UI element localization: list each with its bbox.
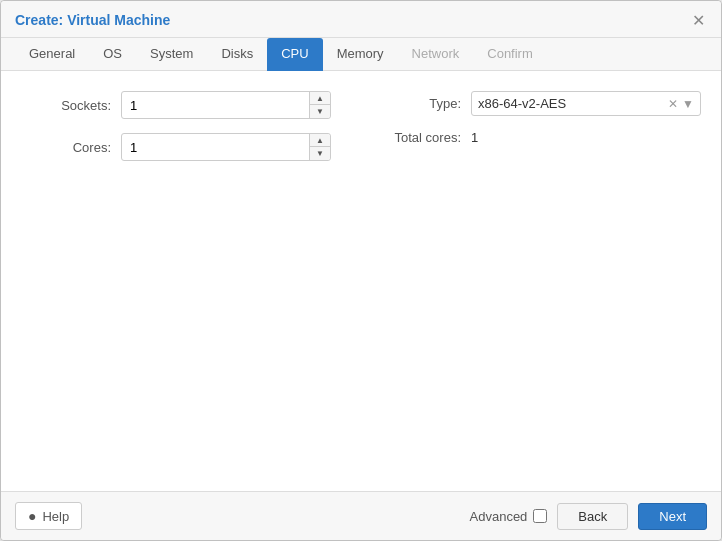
type-dropdown-icon[interactable]: ▼ — [682, 97, 694, 111]
type-row: Type: x86-64-v2-AES ✕ ▼ — [371, 91, 701, 116]
cores-arrows: ▲ ▼ — [309, 134, 330, 160]
tab-general[interactable]: General — [15, 38, 89, 71]
cores-up-arrow[interactable]: ▲ — [310, 134, 330, 147]
cores-input[interactable] — [122, 136, 309, 159]
sockets-up-arrow[interactable]: ▲ — [310, 92, 330, 105]
advanced-label: Advanced — [470, 509, 528, 524]
help-label: Help — [42, 509, 69, 524]
sockets-row: Sockets: ▲ ▼ — [21, 91, 331, 119]
form-grid: Sockets: ▲ ▼ Cores: ▲ — [21, 91, 701, 161]
tab-bar: General OS System Disks CPU Memory Netwo… — [1, 38, 721, 71]
type-label: Type: — [371, 96, 461, 111]
left-column: Sockets: ▲ ▼ Cores: ▲ — [21, 91, 331, 161]
cores-row: Cores: ▲ ▼ — [21, 133, 331, 161]
cores-down-arrow[interactable]: ▼ — [310, 147, 330, 160]
cores-spinner[interactable]: ▲ ▼ — [121, 133, 331, 161]
tab-cpu[interactable]: CPU — [267, 38, 322, 71]
sockets-arrows: ▲ ▼ — [309, 92, 330, 118]
tab-confirm: Confirm — [473, 38, 547, 71]
right-column: Type: x86-64-v2-AES ✕ ▼ Total cores: 1 — [371, 91, 701, 161]
tab-system[interactable]: System — [136, 38, 207, 71]
create-vm-dialog: Create: Virtual Machine ✕ General OS Sys… — [0, 0, 722, 541]
footer-right: Advanced Back Next — [470, 503, 707, 530]
sockets-spinner[interactable]: ▲ ▼ — [121, 91, 331, 119]
sockets-input[interactable] — [122, 94, 309, 117]
help-button[interactable]: ● Help — [15, 502, 82, 530]
dialog-footer: ● Help Advanced Back Next — [1, 491, 721, 540]
dialog-body: Sockets: ▲ ▼ Cores: ▲ — [1, 71, 721, 491]
back-button[interactable]: Back — [557, 503, 628, 530]
type-select[interactable]: x86-64-v2-AES ✕ ▼ — [471, 91, 701, 116]
total-cores-value: 1 — [471, 130, 478, 145]
tab-os[interactable]: OS — [89, 38, 136, 71]
total-cores-label: Total cores: — [371, 130, 461, 145]
sockets-label: Sockets: — [21, 98, 111, 113]
dialog-header: Create: Virtual Machine ✕ — [1, 1, 721, 38]
dialog-title: Create: Virtual Machine — [15, 12, 170, 36]
tab-disks[interactable]: Disks — [207, 38, 267, 71]
type-select-icons: ✕ ▼ — [668, 97, 694, 111]
help-icon: ● — [28, 508, 36, 524]
advanced-section: Advanced — [470, 509, 548, 524]
sockets-down-arrow[interactable]: ▼ — [310, 105, 330, 118]
type-select-value: x86-64-v2-AES — [478, 96, 668, 111]
tab-memory[interactable]: Memory — [323, 38, 398, 71]
type-clear-icon[interactable]: ✕ — [668, 97, 678, 111]
tab-network: Network — [398, 38, 474, 71]
total-cores-row: Total cores: 1 — [371, 130, 701, 145]
cores-label: Cores: — [21, 140, 111, 155]
advanced-checkbox[interactable] — [533, 509, 547, 523]
close-button[interactable]: ✕ — [689, 11, 707, 29]
next-button[interactable]: Next — [638, 503, 707, 530]
